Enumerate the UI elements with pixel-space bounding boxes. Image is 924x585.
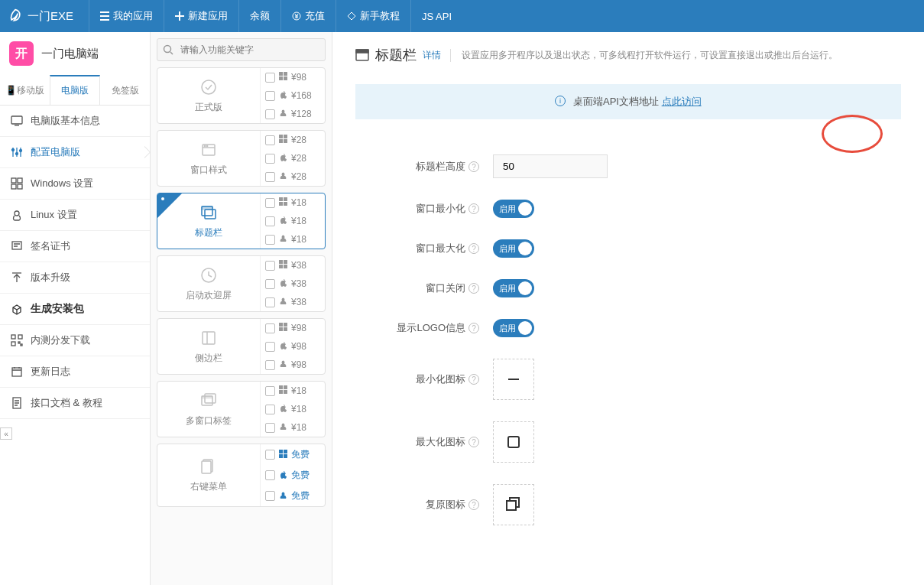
price-row[interactable]: ¥98 [261,356,325,374]
svg-rect-21 [12,368,21,376]
toggle-logo[interactable]: 启用 [493,319,534,337]
price-row[interactable]: ¥98 [261,319,325,337]
svg-rect-57 [284,327,287,331]
feature-card-tabs[interactable]: 多窗口标签¥18¥18¥18 [157,381,326,437]
upload-min-icon[interactable] [493,359,534,400]
menu-linux[interactable]: Linux 设置 [0,200,150,231]
svg-rect-51 [284,265,287,268]
menu-package[interactable]: 生成安装包 [0,294,150,325]
help-icon[interactable]: ? [468,203,479,214]
sidebar-collapse-button[interactable]: « [0,427,12,440]
checkbox[interactable] [265,109,275,119]
price-row[interactable]: ¥18 [261,418,325,437]
checkbox[interactable] [265,470,275,480]
price-row[interactable]: ¥18 [261,193,325,212]
checkbox[interactable] [265,73,275,83]
monitor-icon [11,115,23,127]
checkbox[interactable] [265,342,275,352]
checkbox[interactable] [265,360,275,370]
menu-doc[interactable]: 接口文档 & 教程 [0,388,150,419]
svg-point-9 [20,150,22,152]
checkbox[interactable] [265,386,275,396]
upload-max-icon[interactable] [493,421,534,463]
checkbox[interactable] [265,91,275,101]
price-row[interactable]: ¥18 [261,212,325,230]
search-input[interactable] [157,38,326,61]
menu-cert[interactable]: 签名证书 [0,231,150,262]
svg-rect-28 [284,76,287,80]
checkbox[interactable] [265,450,275,460]
checkbox[interactable] [265,491,275,501]
checkbox[interactable] [265,405,275,414]
price-row[interactable]: ¥28 [261,149,325,167]
help-icon[interactable]: ? [468,161,479,172]
price-row[interactable]: ¥38 [261,293,325,311]
upload-restore-icon[interactable] [493,484,534,525]
help-icon[interactable]: ? [468,243,479,254]
price-row[interactable]: ¥18 [261,400,325,418]
price-row[interactable]: ¥128 [261,105,325,123]
nav-balance[interactable]: 余额 [238,0,280,32]
toggle-close[interactable]: 启用 [493,279,534,297]
checkbox[interactable] [265,154,275,164]
checkbox[interactable] [265,423,275,433]
price-row[interactable]: ¥28 [261,131,325,149]
price-row[interactable]: 免费 [261,465,325,486]
nav-new-app[interactable]: 新建应用 [164,0,238,32]
checkbox[interactable] [265,216,275,226]
nav-jsapi[interactable]: JS API [410,0,462,32]
titlebar-icon [199,203,218,222]
price-row[interactable]: ¥28 [261,167,325,186]
svg-rect-63 [284,385,287,389]
checkbox[interactable] [265,172,275,182]
detail-link[interactable]: 详情 [423,49,441,62]
price-row[interactable]: 免费 [261,486,325,506]
checkbox[interactable] [265,261,275,271]
feature-card-check[interactable]: 正式版¥98¥168¥128 [157,67,326,124]
nav-tutorial[interactable]: 新手教程 [336,0,410,32]
help-icon[interactable]: ? [468,499,479,510]
api-doc-link[interactable]: 点此访问 [662,96,702,107]
svg-rect-60 [202,396,212,398]
price-row[interactable]: ¥168 [261,86,325,105]
feature-card-clock[interactable]: 启动欢迎屏¥38¥38¥38 [157,255,326,312]
nav-my-apps[interactable]: 我的应用 [89,0,164,32]
menu-windows[interactable]: Windows 设置 [0,168,150,200]
menu-qr[interactable]: 内测分发下载 [0,325,150,356]
checkbox[interactable] [265,297,275,307]
checkbox[interactable] [265,198,275,208]
price-row[interactable]: ¥38 [261,256,325,275]
svg-rect-26 [284,72,287,76]
menu-calendar[interactable]: 更新日志 [0,356,150,388]
menu-sliders[interactable]: 配置电脑版 [0,137,150,168]
price-row[interactable]: ¥98 [261,68,325,86]
price-row[interactable]: ¥98 [261,337,325,356]
checkbox[interactable] [265,279,275,289]
help-icon[interactable]: ? [468,374,479,385]
feature-card-window[interactable]: 窗口样式¥28¥28¥28 [157,130,326,187]
price-row[interactable]: ¥18 [261,230,325,249]
tab-unsigned[interactable]: 免签版 [100,75,150,105]
nav-recharge[interactable]: 充值 [280,0,336,32]
menu-upgrade[interactable]: 版本升级 [0,262,150,294]
tab-mobile[interactable]: 📱移动版 [0,75,50,105]
feature-card-sidebar[interactable]: 侧边栏¥98¥98¥98 [157,318,326,375]
checkbox[interactable] [265,135,275,145]
platform-icon [279,260,287,271]
help-icon[interactable]: ? [468,283,479,294]
toggle-maximize[interactable]: 启用 [493,239,534,258]
feature-card-titlebar[interactable]: 标题栏¥18¥18¥18 [157,193,326,249]
help-icon[interactable]: ? [468,437,479,447]
toggle-minimize[interactable]: 启用 [493,200,534,218]
svg-rect-1 [100,15,109,17]
feature-card-contextmenu[interactable]: 右键菜单免费免费免费 [157,444,326,507]
price-row[interactable]: ¥38 [261,275,325,293]
price-row[interactable]: ¥18 [261,382,325,400]
checkbox[interactable] [265,323,275,333]
input-titlebar-height[interactable] [493,154,608,178]
help-icon[interactable]: ? [468,323,479,333]
price-row[interactable]: 免费 [261,444,325,465]
tab-desktop[interactable]: 电脑版 [50,75,101,105]
menu-monitor[interactable]: 电脑版基本信息 [0,106,150,137]
checkbox[interactable] [265,235,275,245]
